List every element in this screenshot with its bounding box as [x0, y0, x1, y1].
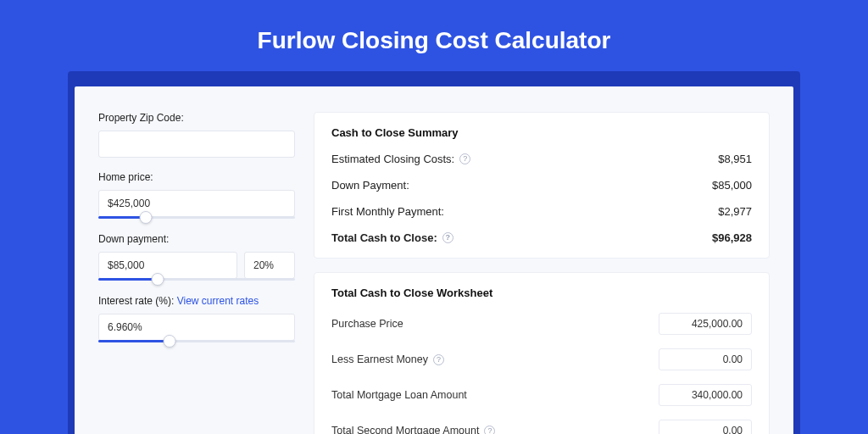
- summary-row-value: $96,928: [712, 231, 752, 244]
- view-rates-link[interactable]: View current rates: [177, 295, 259, 307]
- worksheet-card: Total Cash to Close Worksheet Purchase P…: [314, 272, 770, 434]
- summary-card: Cash to Close Summary Estimated Closing …: [314, 112, 770, 259]
- down-payment-label: Down payment:: [98, 233, 295, 245]
- page-title: Furlow Closing Cost Calculator: [0, 0, 868, 71]
- results-panel: Cash to Close Summary Estimated Closing …: [314, 112, 793, 434]
- interest-field: Interest rate (%): View current rates: [98, 295, 295, 343]
- down-payment-input[interactable]: [98, 252, 237, 279]
- summary-row-value: $2,977: [718, 205, 752, 218]
- worksheet-row: Total Second Mortgage Amount ?0.00: [331, 420, 752, 434]
- summary-row: Total Cash to Close: ?$96,928: [331, 231, 752, 244]
- interest-label-text: Interest rate (%):: [98, 295, 177, 307]
- worksheet-row: Purchase Price425,000.00: [331, 313, 752, 335]
- home-price-label: Home price:: [98, 171, 295, 183]
- help-icon[interactable]: ?: [442, 232, 453, 243]
- summary-row: Estimated Closing Costs: ?$8,951: [331, 153, 752, 165]
- summary-row-label: Total Cash to Close: ?: [331, 231, 453, 244]
- worksheet-row-label: Total Mortgage Loan Amount: [331, 389, 467, 401]
- worksheet-row-value[interactable]: 425,000.00: [659, 313, 752, 335]
- interest-input[interactable]: [98, 314, 295, 341]
- worksheet-row: Less Earnest Money ?0.00: [331, 348, 752, 370]
- home-price-input[interactable]: [98, 190, 295, 217]
- summary-row: Down Payment:$85,000: [331, 179, 752, 192]
- help-icon[interactable]: ?: [484, 426, 495, 435]
- summary-row-value: $85,000: [712, 179, 752, 192]
- help-icon[interactable]: ?: [459, 153, 470, 164]
- summary-row-label: Estimated Closing Costs: ?: [331, 153, 470, 165]
- worksheet-row-value[interactable]: 340,000.00: [659, 384, 752, 406]
- home-price-slider[interactable]: [98, 216, 295, 220]
- help-icon[interactable]: ?: [433, 354, 444, 365]
- summary-row: First Monthly Payment:$2,977: [331, 205, 752, 218]
- zip-input[interactable]: [98, 131, 295, 158]
- calculator-app: Property Zip Code: Home price: Down paym…: [75, 86, 793, 434]
- worksheet-row-value[interactable]: 0.00: [659, 420, 752, 434]
- zip-label: Property Zip Code:: [98, 112, 295, 124]
- interest-slider[interactable]: [98, 340, 295, 343]
- home-price-field: Home price:: [98, 171, 295, 220]
- worksheet-row-label: Purchase Price: [331, 318, 403, 330]
- inputs-panel: Property Zip Code: Home price: Down paym…: [75, 112, 295, 434]
- summary-title: Cash to Close Summary: [331, 126, 752, 139]
- worksheet-row-label: Less Earnest Money ?: [331, 353, 444, 365]
- slider-fill: [98, 278, 158, 281]
- interest-label: Interest rate (%): View current rates: [98, 295, 295, 307]
- worksheet-title: Total Cash to Close Worksheet: [331, 287, 752, 299]
- calculator-container: Property Zip Code: Home price: Down paym…: [68, 71, 800, 434]
- slider-thumb[interactable]: [151, 273, 164, 286]
- slider-thumb[interactable]: [163, 335, 175, 348]
- down-payment-field: Down payment:: [98, 233, 295, 281]
- slider-thumb[interactable]: [139, 211, 152, 224]
- worksheet-row: Total Mortgage Loan Amount340,000.00: [331, 384, 752, 406]
- worksheet-row-label: Total Second Mortgage Amount ?: [331, 425, 495, 434]
- summary-row-label: Down Payment:: [331, 179, 409, 192]
- summary-row-label: First Monthly Payment:: [331, 205, 444, 218]
- zip-field: Property Zip Code:: [98, 112, 295, 158]
- down-payment-slider[interactable]: [98, 278, 295, 281]
- down-payment-pct-input[interactable]: [244, 252, 295, 279]
- worksheet-row-value[interactable]: 0.00: [659, 348, 752, 370]
- slider-fill: [98, 340, 170, 342]
- summary-row-value: $8,951: [718, 153, 752, 165]
